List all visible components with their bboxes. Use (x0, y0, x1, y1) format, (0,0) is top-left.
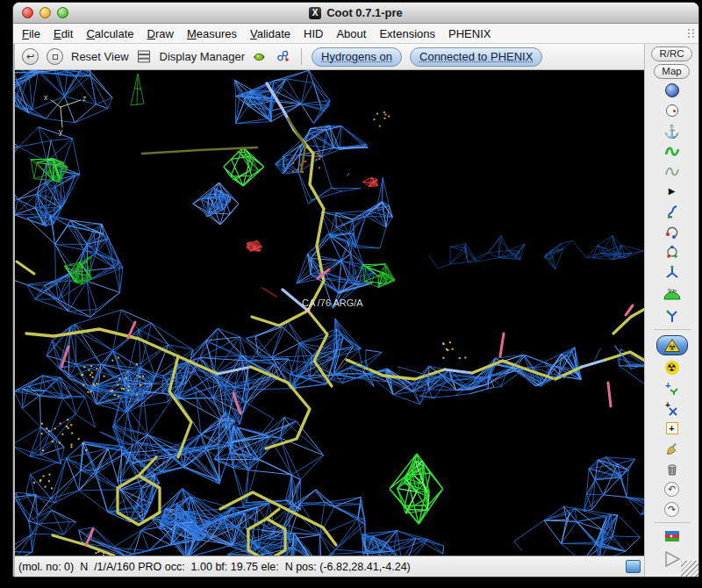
close-window-button[interactable] (22, 7, 33, 18)
plus-box-icon: + (666, 422, 678, 434)
menu-grip-icon (688, 29, 690, 31)
status-widget[interactable] (626, 560, 641, 573)
add-alt-conf-button[interactable]: + (664, 379, 679, 397)
menu-item-file[interactable]: File (22, 27, 40, 40)
side-dome-icon: Side (662, 287, 683, 301)
toolbar-separator (301, 48, 302, 65)
status-bar: (mol. no: 0) N /1/A/160 PRO occ: 1.00 bf… (15, 556, 644, 577)
anchor-icon: ⚓ (663, 125, 680, 138)
menu-item-hid[interactable]: HID (304, 27, 323, 40)
menu-item-validate[interactable]: Validate (250, 27, 290, 40)
rrc-button[interactable]: R/RC (651, 47, 691, 61)
rigid-body-fit-button[interactable] (665, 203, 679, 220)
display-manager-icon (137, 50, 152, 63)
back-arrow-icon: ↩ (26, 52, 34, 61)
recentre-icon (666, 104, 678, 117)
rigid-body-icon (665, 204, 679, 219)
menu-item-measures[interactable]: Measures (187, 27, 237, 40)
svg-text:☢: ☢ (668, 343, 675, 352)
brush-icon (664, 441, 679, 456)
redo-button[interactable]: ↷ (664, 500, 679, 518)
menu-item-calculate[interactable]: Calculate (86, 27, 133, 40)
undo-icon: ↶ (664, 482, 679, 497)
auto-fit-rotamer-button[interactable] (664, 243, 680, 261)
toolbar-divider-2 (654, 522, 691, 523)
map-button[interactable]: Map (654, 64, 689, 79)
brush-button[interactable] (664, 440, 679, 457)
window-title: X Coot 0.7.1-pre (309, 6, 403, 19)
view-sphere-button[interactable] (665, 82, 679, 99)
menu-item-extensions[interactable]: Extensions (379, 27, 435, 40)
terminal-residue-icon (664, 309, 680, 323)
add-terminal-residue-button[interactable] (664, 307, 680, 325)
radiation-icon: ☢ (665, 361, 679, 375)
right-toolbar: R/RC Map ⚓ ▶ Side (644, 44, 698, 577)
globe-icon (665, 83, 679, 97)
main-toolbar: ↩ Reset View Display Manager (15, 44, 644, 70)
density-canvas[interactable] (15, 70, 644, 556)
recentre-button[interactable] (666, 102, 678, 119)
coot-window: X Coot 0.7.1-pre FileEditCalculateDrawMe… (12, 2, 699, 577)
real-space-refine-button[interactable] (664, 142, 680, 160)
molecular-viewport[interactable]: CA /76 ARG/A x z y (15, 70, 644, 556)
svg-text:+: + (665, 381, 670, 391)
menu-item-draw[interactable]: Draw (147, 27, 174, 40)
reset-view-label[interactable]: Reset View (71, 50, 129, 63)
title-bar[interactable]: X Coot 0.7.1-pre (13, 3, 698, 24)
window-title-text: Coot 0.7.1-pre (326, 6, 403, 19)
reset-orientation-button[interactable]: ↩ (22, 48, 39, 65)
x11-icon: X (309, 7, 321, 19)
svg-text:Side: Side (667, 288, 676, 293)
stop-square-icon (53, 54, 58, 60)
menu-item-edit[interactable]: Edit (54, 27, 73, 40)
toolbar-divider (654, 329, 691, 330)
display-manager-label[interactable]: Display Manager (160, 50, 246, 63)
resize-grip[interactable] (681, 561, 698, 577)
zoom-window-button[interactable] (57, 7, 68, 18)
add-alt-conf-icon: + (664, 381, 679, 396)
minimize-window-button[interactable] (39, 7, 51, 18)
black-arrow-icon: ▶ (669, 187, 676, 196)
anchor-button[interactable]: ⚓ (663, 122, 680, 140)
refine-squiggle-icon (664, 144, 680, 158)
redo-icon: ↷ (664, 502, 679, 517)
rotate-translate-button[interactable] (664, 223, 679, 240)
rotate-translate-icon (664, 225, 679, 240)
menu-item-about[interactable]: About (336, 27, 366, 40)
active-tool-button[interactable]: ☢ (656, 334, 688, 356)
hydrogens-toggle-button[interactable]: Hydrogens on (312, 47, 402, 67)
radiation-button[interactable]: ☢ (665, 359, 679, 376)
rotamers-button[interactable] (664, 263, 680, 281)
delete-button[interactable] (664, 460, 679, 477)
active-pill: ☢ (656, 335, 688, 355)
add-atom-button[interactable]: + (664, 399, 679, 417)
flag-icon (664, 530, 680, 542)
menu-item-phenix[interactable]: PHENIX (448, 27, 491, 40)
flip-sidechain-button[interactable]: Side (662, 283, 683, 305)
go-to-atom-icon[interactable] (253, 50, 268, 64)
trash-icon (664, 462, 679, 477)
phenix-connection-button[interactable]: Connected to PHENIX (410, 47, 542, 67)
auto-fit-rotamer-icon (664, 245, 680, 259)
fixed-atoms-button[interactable]: ▶ (669, 183, 676, 200)
regularize-zone-button[interactable] (664, 162, 680, 180)
regularize-squiggle-icon (664, 164, 680, 178)
add-residue-button[interactable]: + (666, 419, 678, 437)
rotamers-icon (664, 265, 680, 279)
status-text: (mol. no: 0) N /1/A/160 PRO occ: 1.00 bf… (18, 561, 411, 573)
window-controls (22, 7, 68, 18)
radiation-triangle-icon: ☢ (663, 337, 682, 354)
undo-button[interactable]: ↶ (664, 480, 679, 498)
add-atom-icon: + (664, 401, 679, 416)
menu-bar: FileEditCalculateDrawMeasuresValidateHID… (13, 24, 698, 44)
ligand-flag-button[interactable] (664, 527, 680, 545)
molecule-icon[interactable] (276, 49, 291, 64)
reset-view-button[interactable] (47, 48, 63, 65)
